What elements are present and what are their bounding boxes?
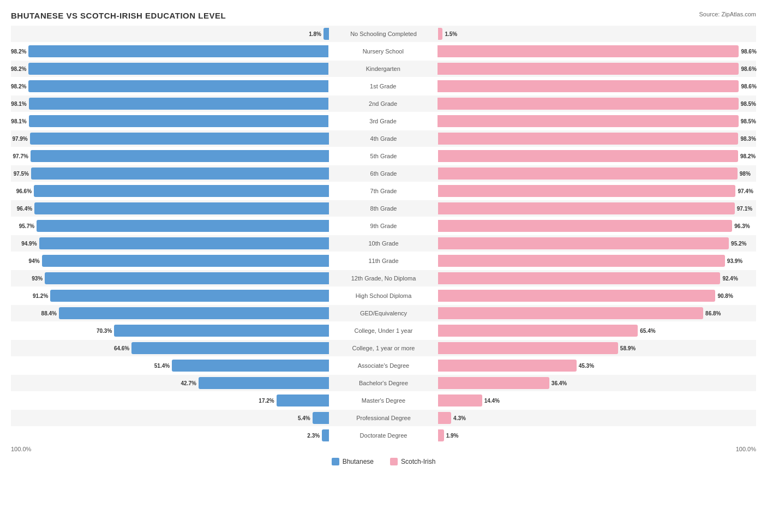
blue-bar <box>30 133 329 145</box>
blue-bar-wrapper: 95.7% <box>11 218 329 234</box>
pink-bar <box>438 290 715 302</box>
blue-bar-wrapper: 70.3% <box>11 322 329 339</box>
blue-value-label: 98.1% <box>11 118 26 124</box>
blue-bar <box>28 80 328 92</box>
left-section: 88.4% <box>11 305 329 321</box>
right-section: 86.8% <box>438 305 756 321</box>
table-row: 98.2% 1st Grade 98.6% <box>11 78 756 94</box>
left-section: 70.3% <box>11 322 329 339</box>
pink-bar-wrapper: 93.9% <box>438 253 756 269</box>
right-section: 58.9% <box>438 340 756 356</box>
bhutanese-color-swatch <box>332 458 339 465</box>
pink-bar-wrapper: 86.8% <box>438 305 756 321</box>
pink-value-label: 98.6% <box>741 83 756 89</box>
pink-bar-wrapper: 36.4% <box>438 375 756 391</box>
table-row: 91.2% High School Diploma 90.8% <box>11 288 756 304</box>
pink-bar <box>438 412 451 424</box>
blue-bar <box>28 45 328 57</box>
category-label: Kindergarten <box>328 65 438 72</box>
pink-bar-wrapper: 14.4% <box>438 392 756 409</box>
blue-bar <box>42 255 329 267</box>
blue-bar <box>114 325 329 337</box>
pink-bar <box>438 255 725 267</box>
table-row: 98.1% 2nd Grade 98.5% <box>11 95 756 112</box>
left-section: 97.7% <box>11 148 329 164</box>
table-row: 96.6% 7th Grade 97.4% <box>11 183 756 199</box>
pink-bar-wrapper: 98.6% <box>438 78 757 94</box>
pink-value-label: 65.4% <box>640 328 655 334</box>
table-row: 93% 12th Grade, No Diploma 92.4% <box>11 270 756 286</box>
blue-value-label: 98.2% <box>11 83 26 89</box>
blue-value-label: 91.2% <box>33 293 48 299</box>
pink-bar <box>438 133 738 145</box>
category-label: 3rd Grade <box>328 118 438 124</box>
category-label: 9th Grade <box>329 223 438 229</box>
table-row: 98.2% Kindergarten 98.6% <box>11 61 756 77</box>
blue-bar-wrapper: 94% <box>11 253 329 269</box>
right-section: 14.4% <box>438 392 756 409</box>
pink-bar <box>438 150 738 162</box>
right-section: 96.3% <box>438 218 756 234</box>
blue-bar-wrapper: 1.8% <box>11 26 329 42</box>
table-row: 2.3% Doctorate Degree 1.9% <box>11 427 756 444</box>
blue-value-label: 94% <box>29 258 40 264</box>
right-section: 97.4% <box>438 183 756 199</box>
blue-bar-wrapper: 5.4% <box>11 410 329 426</box>
table-row: 97.7% 5th Grade 98.2% <box>11 148 756 164</box>
pink-bar <box>438 202 735 214</box>
blue-bar <box>45 272 329 284</box>
scotch-irish-color-swatch <box>390 458 398 465</box>
category-label: 11th Grade <box>329 258 438 264</box>
left-section: 98.1% <box>11 113 328 129</box>
category-label: 6th Grade <box>329 170 438 177</box>
category-label: High School Diploma <box>329 292 438 299</box>
blue-bar-wrapper: 94.9% <box>11 235 329 252</box>
pink-bar-wrapper: 65.4% <box>438 322 756 339</box>
scotch-irish-label: Scotch-Irish <box>401 458 435 465</box>
pink-bar-wrapper: 98% <box>438 165 756 182</box>
blue-bar <box>313 412 329 424</box>
blue-value-label: 96.6% <box>16 188 32 194</box>
pink-bar <box>438 360 577 372</box>
table-row: 94% 11th Grade 93.9% <box>11 253 756 269</box>
right-section: 98.3% <box>438 130 756 147</box>
pink-bar-wrapper: 98.6% <box>438 61 757 77</box>
blue-value-label: 2.3% <box>307 433 320 439</box>
left-section: 95.7% <box>11 218 329 234</box>
blue-value-label: 98.2% <box>11 66 26 72</box>
pink-value-label: 4.3% <box>453 415 466 421</box>
blue-bar <box>31 168 329 180</box>
pink-bar-wrapper: 98.6% <box>438 43 757 59</box>
right-section: 93.9% <box>438 253 756 269</box>
pink-bar-wrapper: 96.3% <box>438 218 756 234</box>
category-label: 1st Grade <box>328 83 438 89</box>
right-section: 98.6% <box>438 78 757 94</box>
blue-bar <box>31 150 329 162</box>
blue-bar <box>39 237 329 249</box>
table-row: 70.3% College, Under 1 year 65.4% <box>11 322 756 339</box>
left-section: 97.5% <box>11 165 329 182</box>
right-section: 90.8% <box>438 288 756 304</box>
table-row: 98.1% 3rd Grade 98.5% <box>11 113 756 129</box>
legend-scotch-irish: Scotch-Irish <box>390 458 435 465</box>
category-label: 5th Grade <box>329 153 438 159</box>
blue-bar <box>37 220 329 232</box>
left-section: 93% <box>11 270 329 286</box>
blue-value-label: 17.2% <box>259 398 274 404</box>
category-label: 8th Grade <box>329 205 438 212</box>
blue-value-label: 1.8% <box>309 31 321 37</box>
blue-bar-wrapper: 88.4% <box>11 305 329 321</box>
chart-title: BHUTANESE VS SCOTCH-IRISH EDUCATION LEVE… <box>11 11 756 20</box>
pink-value-label: 36.4% <box>552 380 567 386</box>
blue-value-label: 97.9% <box>12 136 27 142</box>
pink-bar-wrapper: 98.5% <box>438 113 756 129</box>
bhutanese-label: Bhutanese <box>343 458 374 465</box>
blue-bar <box>131 342 329 354</box>
blue-value-label: 88.4% <box>41 310 57 316</box>
left-section: 42.7% <box>11 375 329 391</box>
left-section: 98.1% <box>11 95 328 112</box>
blue-bar-wrapper: 97.7% <box>11 148 329 164</box>
pink-bar <box>438 394 482 407</box>
category-label: Doctorate Degree <box>329 432 438 439</box>
pink-bar-wrapper: 90.8% <box>438 288 756 304</box>
